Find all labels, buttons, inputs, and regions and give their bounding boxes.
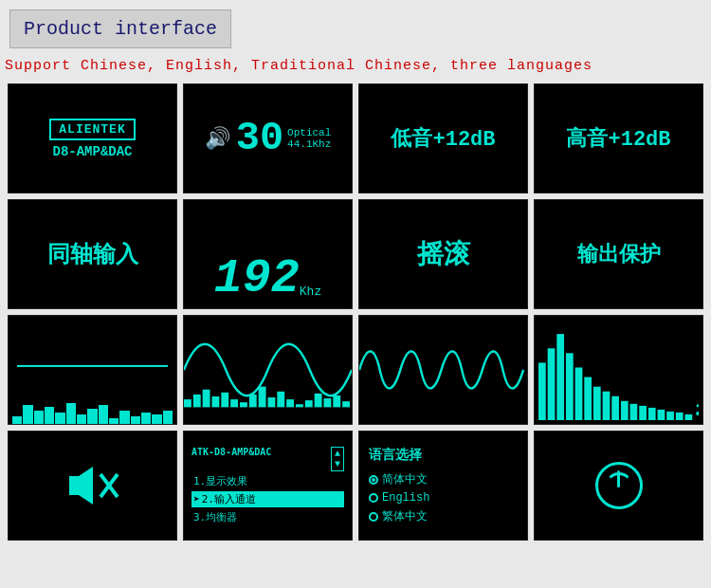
cell-menu: ATK-D8-AMP&DAC ▲ ▼ 1.显示效果 ➤2.输入通道 3.均衡器 <box>183 431 353 541</box>
svg-rect-31 <box>658 410 665 420</box>
protect-text: 输出保护 <box>577 240 661 268</box>
flat-line <box>17 365 168 367</box>
spec-bar <box>12 416 22 424</box>
spectrum-bars-bottom <box>9 395 176 424</box>
spec-bar <box>77 414 86 424</box>
svg-rect-5 <box>230 399 238 407</box>
volume-labels: Optical 44.1Khz <box>287 127 331 150</box>
spec-bar <box>45 407 54 424</box>
svg-rect-9 <box>268 397 276 407</box>
sine-wave-high-svg <box>359 316 527 424</box>
power-arc <box>605 472 633 501</box>
cell-frequency: 192 Khz <box>183 199 353 309</box>
lang-option-traditional[interactable]: 繁体中文 <box>369 508 428 524</box>
spec-bar <box>152 414 161 424</box>
lang-traditional-label: 繁体中文 <box>382 508 428 524</box>
frequency-unit: Khz <box>300 285 321 299</box>
svg-rect-17 <box>342 401 350 407</box>
spec-bar <box>34 411 44 424</box>
spec-bar <box>119 411 129 424</box>
cell-sine-high <box>358 315 528 425</box>
svg-rect-26 <box>611 396 619 420</box>
spec-bar <box>55 413 64 424</box>
scroll-up-down[interactable]: ▲ ▼ <box>331 447 344 471</box>
menu-item-1[interactable]: 1.显示效果 <box>191 473 344 489</box>
radio-traditional[interactable] <box>369 512 378 522</box>
cell-bass: 低音+12dB <box>358 83 528 193</box>
svg-rect-13 <box>305 400 313 407</box>
speaker-icon: 🔊 <box>205 126 230 152</box>
svg-rect-34 <box>685 414 693 420</box>
svg-rect-15 <box>324 398 332 407</box>
cell-rock: 摇滚 <box>358 199 528 309</box>
lang-option-simplified[interactable]: 简体中文 <box>369 471 428 487</box>
source-label: Optical <box>287 127 331 138</box>
svg-rect-12 <box>296 404 303 407</box>
rock-text: 摇滚 <box>417 236 470 272</box>
cell-spectrum-right <box>534 315 703 425</box>
svg-rect-30 <box>648 408 656 420</box>
radio-simplified[interactable] <box>369 475 378 485</box>
header-section: Product interface <box>0 0 711 48</box>
cell-coax: 同轴输入 <box>8 199 177 309</box>
svg-rect-16 <box>333 395 340 407</box>
scroll-up-icon: ▲ <box>335 449 340 459</box>
svg-marker-37 <box>69 467 93 505</box>
menu-item-3[interactable]: 3.均衡器 <box>191 509 344 525</box>
cell-language: 语言选择 简体中文 English 繁体中文 <box>358 431 528 541</box>
svg-rect-27 <box>621 401 629 420</box>
svg-point-35 <box>696 412 699 415</box>
svg-rect-28 <box>630 404 638 420</box>
power-button[interactable] <box>595 462 643 509</box>
menu-title: ATK-D8-AMP&DAC <box>191 447 271 471</box>
cell-treble: 高音+12dB <box>534 83 703 193</box>
brand-name: ALIENTEK <box>49 119 135 140</box>
menu-header-row: ATK-D8-AMP&DAC ▲ ▼ <box>191 447 344 471</box>
spec-bar <box>163 411 173 424</box>
svg-rect-8 <box>259 387 266 408</box>
cell-sine-low <box>183 315 353 425</box>
svg-point-36 <box>697 404 699 407</box>
bass-text: 低音+12dB <box>391 124 495 153</box>
svg-rect-0 <box>184 399 191 407</box>
cell-mute <box>8 431 177 541</box>
svg-rect-18 <box>538 362 546 420</box>
spec-bar <box>141 413 151 424</box>
cell-brand: ALIENTEK D8-AMP&DAC <box>8 83 177 193</box>
svg-rect-22 <box>575 367 583 420</box>
spec-bar <box>99 405 108 424</box>
subtitle: Support Chinese, English, Traditional Ch… <box>0 48 711 83</box>
svg-rect-1 <box>193 395 201 407</box>
cell-volume: 🔊 30 Optical 44.1Khz <box>183 83 353 193</box>
svg-rect-23 <box>584 377 592 420</box>
svg-rect-25 <box>603 392 611 420</box>
brand-model: D8-AMP&DAC <box>52 144 132 159</box>
display-grid: ALIENTEK D8-AMP&DAC 🔊 30 Optical 44.1Khz… <box>0 83 711 548</box>
language-title: 语言选择 <box>369 447 422 464</box>
svg-rect-4 <box>221 393 228 408</box>
menu-item-2-selected[interactable]: ➤2.输入通道 <box>191 491 344 507</box>
svg-rect-14 <box>315 394 322 408</box>
svg-rect-10 <box>277 392 284 408</box>
svg-rect-6 <box>240 402 247 407</box>
svg-rect-29 <box>639 406 647 420</box>
scroll-down-icon: ▼ <box>335 459 340 469</box>
treble-text: 高音+12dB <box>566 124 670 153</box>
mute-icon-svg <box>64 457 121 514</box>
spec-bar <box>131 416 140 424</box>
spec-bar <box>109 418 118 424</box>
svg-rect-33 <box>676 413 684 420</box>
spec-bar <box>66 403 76 424</box>
svg-rect-24 <box>593 387 601 420</box>
freq-label: 44.1Khz <box>287 138 331 150</box>
svg-rect-21 <box>566 353 574 420</box>
cell-power[interactable] <box>534 431 703 541</box>
spectrum-right-svg <box>538 320 699 420</box>
svg-rect-19 <box>548 348 556 420</box>
lang-english-label: English <box>382 491 429 505</box>
radio-english[interactable] <box>369 493 378 503</box>
frequency-number: 192 <box>214 255 300 303</box>
lang-simplified-label: 简体中文 <box>382 471 428 487</box>
cell-protect: 输出保护 <box>534 199 703 309</box>
lang-option-english[interactable]: English <box>369 491 429 505</box>
